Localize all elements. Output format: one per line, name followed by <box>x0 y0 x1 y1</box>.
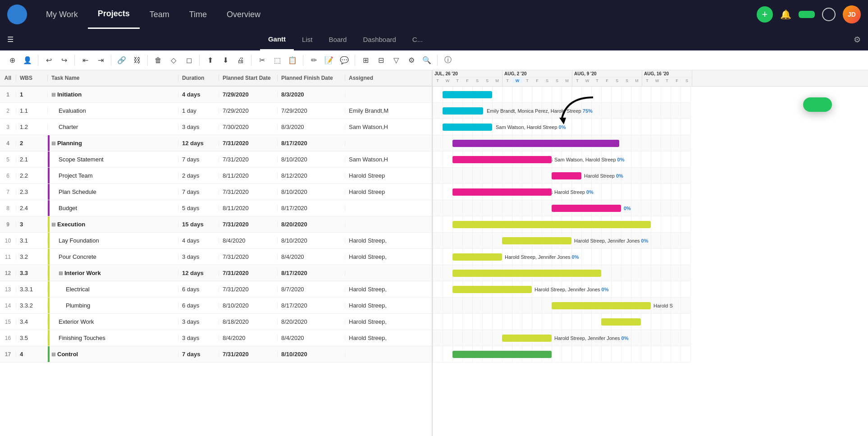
gantt-bar[interactable] <box>452 156 552 163</box>
comment-btn[interactable]: 💬 <box>338 54 351 67</box>
paste-btn[interactable]: 📋 <box>286 54 299 67</box>
gantt-bar[interactable] <box>552 172 581 179</box>
table-row[interactable]: 62.2Project Team2 days8/11/20208/12/2020… <box>0 168 432 184</box>
notification-bell[interactable]: 🔔 <box>780 9 791 20</box>
unlink-btn[interactable]: ⛓ <box>130 54 144 67</box>
row-task[interactable]: Plumbing <box>48 302 178 309</box>
table-row[interactable]: 123.3▤ Interior Work12 days7/31/20208/17… <box>0 265 432 281</box>
add-resource-btn[interactable]: 👤 <box>21 54 34 67</box>
cut-btn[interactable]: ✂ <box>255 54 269 67</box>
row-task[interactable]: Scope Statement <box>48 156 178 163</box>
gantt-bar[interactable] <box>452 188 552 196</box>
user-avatar[interactable]: JD <box>843 5 861 23</box>
collapse-icon[interactable]: ▤ <box>51 141 55 146</box>
gantt-bar[interactable] <box>452 221 651 228</box>
add-button[interactable]: + <box>757 6 773 23</box>
gantt-bar[interactable] <box>452 270 601 277</box>
tab-gantt[interactable]: Gantt <box>260 29 294 50</box>
row-task[interactable]: Pour Concrete <box>48 253 178 260</box>
delete-btn[interactable]: 🗑 <box>151 54 165 67</box>
edit-btn[interactable]: ✏ <box>307 54 320 67</box>
gantt-bar[interactable] <box>443 124 492 131</box>
collapse-icon[interactable]: ▤ <box>59 271 63 275</box>
row-task[interactable]: Electrical <box>48 286 178 293</box>
table-row[interactable]: 21.1Evaluation1 day7/29/20207/29/2020Emi… <box>0 103 432 119</box>
table-row[interactable]: 103.1Lay Foundation4 days8/4/20208/10/20… <box>0 233 432 249</box>
nav-mywork[interactable]: My Work <box>36 0 88 29</box>
app-logo[interactable] <box>7 5 27 24</box>
redo-btn[interactable]: ↪ <box>57 54 71 67</box>
tab-list[interactable]: List <box>294 29 320 50</box>
tab-board[interactable]: Board <box>320 29 355 50</box>
table-row[interactable]: 143.3.2Plumbing6 days8/10/20208/17/2020H… <box>0 298 432 314</box>
gantt-bar[interactable] <box>443 107 483 115</box>
table-row[interactable]: 174▤ Control7 days7/31/20208/10/2020 <box>0 346 432 363</box>
table-row[interactable]: 153.4Exterior Work3 days8/18/20208/20/20… <box>0 314 432 330</box>
subscribe-button[interactable] <box>799 11 815 18</box>
table-row[interactable]: 42▤ Planning12 days7/31/20208/17/2020 <box>0 135 432 151</box>
table-row[interactable]: 113.2Pour Concrete3 days7/31/20208/4/202… <box>0 249 432 265</box>
nav-overview[interactable]: Overview <box>217 0 270 29</box>
download-btn[interactable]: ⬇ <box>219 54 232 67</box>
settings2-btn[interactable]: ⚙ <box>405 54 418 67</box>
grid-line <box>601 184 602 200</box>
table-row[interactable]: 31.2Charter3 days7/30/20208/3/2020Sam Wa… <box>0 119 432 135</box>
row-task[interactable]: Charter <box>48 124 178 130</box>
row-task[interactable]: Budget <box>48 205 178 211</box>
gantt-bar[interactable] <box>552 205 621 212</box>
copy-btn[interactable]: ⬚ <box>270 54 284 67</box>
settings-icon[interactable]: ⚙ <box>854 35 861 45</box>
row-task[interactable]: Evaluation <box>48 107 178 114</box>
tab-dashboard[interactable]: Dashboard <box>355 29 404 50</box>
table-row[interactable]: 93▤ Execution15 days7/31/20208/20/2020 <box>0 216 432 233</box>
table-row[interactable]: 82.4Budget5 days8/11/20208/17/2020 <box>0 200 432 216</box>
row-task[interactable]: Lay Foundation <box>48 237 178 244</box>
add-task-btn[interactable]: ⊕ <box>5 54 19 67</box>
note-btn[interactable]: 📝 <box>322 54 336 67</box>
cta-banner[interactable] <box>803 97 832 112</box>
grid-view-btn[interactable]: ⊟ <box>374 54 388 67</box>
table-row[interactable]: 163.5Finishing Touches3 days8/4/20208/4/… <box>0 330 432 346</box>
collapse-icon[interactable]: ▤ <box>51 92 55 97</box>
gantt-chart[interactable]: JUL, 26 '20TWTFSSMAUG, 2 '20TWTFSSMAUG, … <box>433 70 868 436</box>
gantt-bar[interactable] <box>502 237 571 244</box>
nav-projects[interactable]: Projects <box>88 0 140 29</box>
row-task[interactable]: Project Team <box>48 172 178 179</box>
filter-btn[interactable]: ▽ <box>389 54 403 67</box>
row-task[interactable]: Exterior Work <box>48 318 178 325</box>
collapse-icon[interactable]: ▤ <box>51 222 55 227</box>
gantt-bar[interactable] <box>552 302 651 309</box>
nav-time[interactable]: Time <box>179 0 217 29</box>
upload-btn[interactable]: ⬆ <box>203 54 217 67</box>
col-all-header[interactable]: All <box>0 75 16 81</box>
indent-btn[interactable]: ⇥ <box>94 54 107 67</box>
gantt-bar[interactable] <box>452 351 552 358</box>
collapse-icon[interactable]: ▤ <box>51 352 55 357</box>
print-btn[interactable]: 🖨 <box>234 54 247 67</box>
gantt-view-btn[interactable]: ⊞ <box>359 54 372 67</box>
link-btn[interactable]: 🔗 <box>115 54 128 67</box>
hamburger-icon[interactable]: ☰ <box>7 35 14 44</box>
outdent-btn[interactable]: ⇤ <box>78 54 92 67</box>
help-button[interactable] <box>822 8 836 21</box>
info-btn[interactable]: ⓘ <box>441 54 455 67</box>
table-row[interactable]: 11▤ Initiation4 days7/29/20208/3/2020 <box>0 87 432 103</box>
table-row[interactable]: 72.3Plan Schedule7 days7/31/20208/10/202… <box>0 184 432 200</box>
gantt-bar[interactable] <box>452 286 532 293</box>
row-task[interactable]: Finishing Touches <box>48 335 178 341</box>
gantt-bar[interactable] <box>601 318 641 326</box>
gantt-bar[interactable] <box>502 335 552 342</box>
gantt-bar[interactable] <box>443 91 492 98</box>
table-row[interactable]: 52.1Scope Statement7 days7/31/20208/10/2… <box>0 151 432 168</box>
gantt-bar[interactable] <box>452 253 502 261</box>
row-task[interactable]: Plan Schedule <box>48 188 178 195</box>
search-btn[interactable]: 🔍 <box>420 54 434 67</box>
nav-team[interactable]: Team <box>140 0 179 29</box>
check-btn[interactable]: ◻ <box>182 54 196 67</box>
table-row[interactable]: 133.3.1Electrical6 days7/31/20208/7/2020… <box>0 281 432 298</box>
tab-c[interactable]: C... <box>404 29 431 50</box>
gantt-bar[interactable] <box>452 140 619 147</box>
undo-btn[interactable]: ↩ <box>42 54 55 67</box>
clear-btn[interactable]: ◇ <box>167 54 180 67</box>
grid-line <box>641 103 641 119</box>
